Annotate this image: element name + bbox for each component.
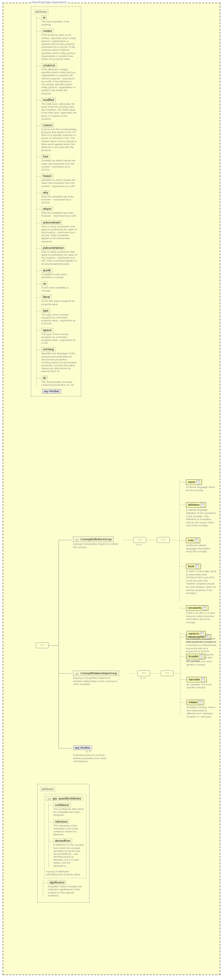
crg-desc: A group of properties required to indica… bbox=[73, 676, 119, 686]
any-other-top[interactable]: any ##other bbox=[42, 389, 61, 394]
attr-literal[interactable]: literal bbox=[41, 295, 52, 299]
any2-occ: 0..∞ bbox=[86, 750, 112, 753]
attr-creatoruri[interactable]: creatoruri bbox=[41, 63, 57, 68]
extension-header: Flex1PropType (extension) bbox=[31, 1, 67, 4]
attr-pubconstraint-desc: One or many constraints that apply to pu… bbox=[41, 225, 77, 243]
sequence-main bbox=[36, 643, 49, 648]
element-sameas-desc: An identifier of a concept with equivale… bbox=[187, 637, 217, 643]
sequence-cdg bbox=[133, 537, 146, 543]
attr-howuri[interactable]: howuri bbox=[41, 174, 53, 178]
element-broader[interactable]: broader bbox=[187, 654, 205, 659]
attributes-label: attributes bbox=[34, 10, 48, 14]
attr-creator[interactable]: creator bbox=[41, 29, 54, 33]
element-facet[interactable]: facet bbox=[186, 564, 201, 569]
attr-whyuri[interactable]: whyuri bbox=[41, 207, 53, 211]
attributes-label-2: attributes bbox=[40, 787, 55, 791]
element-name-desc: A natural language name for the concept. bbox=[186, 485, 217, 492]
element-sameas[interactable]: sameAs bbox=[187, 631, 206, 636]
attr-id-desc: The local identifier of the property. bbox=[41, 20, 77, 26]
sequence-crg bbox=[137, 670, 150, 676]
attr-dir-desc: The directionality of textual content (e… bbox=[41, 380, 77, 387]
attr-typeuri-desc: The type of the concept assigned as cont… bbox=[41, 333, 77, 345]
attr-howuri-desc: Indicates by which means the value was e… bbox=[41, 178, 77, 188]
attr-id[interactable]: id bbox=[41, 15, 47, 20]
element-broader-desc: An identifier of a more generic concept. bbox=[187, 660, 217, 666]
cdg-name: ConceptDefinitionGroup bbox=[80, 538, 112, 541]
attr-pubconstrainturi-desc: One or many constraints that apply to pu… bbox=[41, 250, 77, 266]
sequence-cdg2 bbox=[157, 537, 170, 543]
crg-name: ConceptRelationshipsGroup bbox=[80, 671, 117, 675]
attr-pubconstrainturi[interactable]: pubconstrainturi bbox=[41, 245, 65, 250]
attr-derivedfrom-desc: A reference to the concept from which th… bbox=[53, 843, 85, 867]
crg-occ: 0..∞ bbox=[141, 676, 145, 679]
attr-whyuri-desc: Why the metadata has been included - exp… bbox=[41, 212, 77, 217]
concept-definition-group[interactable]: grp: ConceptDefinitionGroup bbox=[73, 537, 114, 542]
attr-confidence-desc: The confidence with which the metadata h… bbox=[53, 808, 85, 817]
qa-label: grp: quantifyAttributes bbox=[53, 797, 81, 800]
attr-how-desc: Indicates by which means the value was e… bbox=[41, 159, 77, 171]
attr-xml-lang-desc: Specifies the language of this property … bbox=[41, 352, 77, 373]
attributes-top-block: attributes id The local identifier of th… bbox=[31, 6, 81, 396]
any2-desc: Extension point for provider-defined pro… bbox=[73, 754, 112, 763]
attributes-bottom-block: attributes grp: grp: quantifyAttributes … bbox=[37, 784, 217, 907]
attr-derivedfrom[interactable]: derivedfrom bbox=[53, 838, 72, 843]
mid-section: grp: ConceptDefinitionGroup A group of p… bbox=[36, 488, 217, 781]
element-note[interactable]: note bbox=[186, 538, 200, 543]
quantify-attributes-group[interactable]: grp: grp: quantifyAttributes bbox=[46, 796, 83, 801]
attr-why-desc: Why the metadata has been included - exp… bbox=[41, 195, 77, 204]
element-narrower-desc: An identifier of a more specific concept… bbox=[187, 683, 217, 689]
concept-relationships-group[interactable]: grp: ConceptRelationshipsGroup bbox=[73, 671, 119, 676]
root-container: Flex1PropType (extension) attributes id … bbox=[3, 3, 220, 975]
element-definition[interactable]: definition bbox=[186, 502, 206, 508]
attr-relevance[interactable]: relevance bbox=[53, 819, 69, 824]
any-other-mid[interactable]: any ##other bbox=[73, 746, 92, 750]
attr-significance-desc: A qualifier which indicates the expected… bbox=[48, 885, 84, 897]
attr-literal-desc: A free-text value assigned as property v… bbox=[41, 299, 77, 305]
attr-qcode[interactable]: qcode bbox=[41, 268, 53, 272]
element-name[interactable]: name bbox=[186, 479, 202, 485]
attr-pubconstraint[interactable]: pubconstraint bbox=[41, 220, 62, 225]
attr-significance-name: significance bbox=[49, 881, 65, 884]
element-narrower[interactable]: narrower bbox=[187, 677, 207, 682]
element-note-desc: Additional natural language information … bbox=[186, 544, 217, 553]
element-related[interactable]: related bbox=[187, 700, 204, 705]
attr-qcode-desc: A qualified code which identifies a conc… bbox=[41, 273, 77, 279]
qa-group-desc: A group of attributes quantifying the pr… bbox=[46, 870, 82, 876]
cdg-occ: 0..∞ bbox=[136, 543, 141, 546]
root-type-desc: The type to cover all qualifiers for an … bbox=[0, 512, 1, 522]
attr-modified-desc: The date (and, optionally, the time) whe… bbox=[41, 102, 77, 120]
element-remoteinfo-desc: A link to an item or a web resource whic… bbox=[186, 611, 217, 624]
attr-significance[interactable]: significance bbox=[48, 880, 66, 885]
attr-dir[interactable]: dir bbox=[41, 375, 48, 380]
attr-how[interactable]: how bbox=[41, 154, 50, 159]
sequence-crg2 bbox=[161, 670, 174, 676]
element-related-desc: A related concept, where the relationshi… bbox=[187, 706, 217, 718]
attr-relevance-desc: The relevance of the metadata to the new… bbox=[53, 824, 85, 836]
element-facet-desc: In NAR 1.8 and later, facet is deprecate… bbox=[186, 570, 217, 595]
attr-custom-desc: If set to true the corresponding propert… bbox=[41, 128, 77, 152]
attr-uri-desc: A URI which identifies a concept. bbox=[41, 286, 77, 292]
attr-uri[interactable]: uri bbox=[41, 282, 48, 286]
any2-label: any ##other bbox=[75, 746, 90, 749]
attr-confidence[interactable]: confidence bbox=[53, 803, 71, 807]
attr-typeuri[interactable]: typeuri bbox=[41, 328, 53, 332]
element-definition-desc: A natural language definition of the sem… bbox=[186, 508, 217, 527]
attr-xml-lang[interactable]: xml:lang bbox=[41, 347, 55, 352]
attr-creatoruri-desc: If the attribute is empty, specifies whi… bbox=[41, 68, 77, 95]
attr-custom[interactable]: custom bbox=[41, 123, 54, 127]
cdg-desc: A group of properties required to define… bbox=[73, 542, 119, 549]
attr-type-desc: The type of the concept assigned as cont… bbox=[41, 313, 77, 325]
attr-why[interactable]: why bbox=[41, 190, 50, 195]
attr-modified[interactable]: modified bbox=[41, 97, 55, 102]
attr-type[interactable]: type bbox=[41, 309, 50, 313]
element-remoteinfo[interactable]: remoteInfo bbox=[186, 605, 208, 611]
attr-creator-desc: If the property value is not defined, sp… bbox=[41, 33, 77, 60]
